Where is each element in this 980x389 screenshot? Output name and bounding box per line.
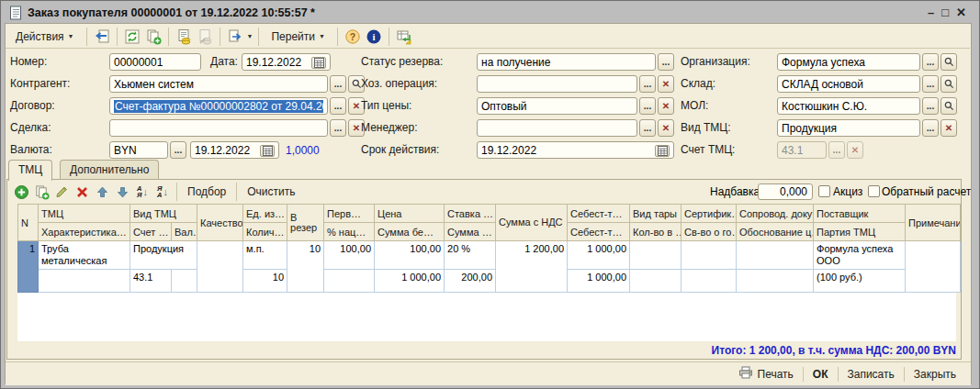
- sdelka-field[interactable]: ... ✕: [109, 119, 365, 137]
- cell-summa-nds[interactable]: 200,00: [445, 270, 496, 293]
- cell-vid-tmc[interactable]: Продукция: [130, 241, 197, 270]
- table-row[interactable]: 43.1 10 1 000,00 200,00 1 000,00 (100 ру…: [18, 270, 961, 293]
- sklad-field[interactable]: СКЛАД основой ...: [777, 75, 957, 93]
- cell-partiya-tmc[interactable]: (100 руб.): [814, 270, 906, 293]
- vid-tmc-field[interactable]: Продукция ... ✕: [777, 119, 957, 137]
- cell-postavshchik[interactable]: Формула успеха ООО: [814, 241, 906, 270]
- close-button[interactable]: ✕: [956, 6, 966, 20]
- col-header-harakteristika[interactable]: Характеристика…: [39, 223, 130, 241]
- cell-summa-bez[interactable]: 1 000,00: [375, 270, 445, 293]
- post-document-icon[interactable]: [175, 28, 193, 46]
- close-form-button[interactable]: Закрыть: [907, 366, 963, 383]
- choose-button[interactable]: ...: [922, 53, 939, 71]
- tip-ceny-value[interactable]: Оптовый: [481, 100, 633, 113]
- magnifier-icon[interactable]: [941, 53, 957, 71]
- col-header-sebestoimost[interactable]: Себест-т…: [568, 205, 630, 223]
- organizaciya-field[interactable]: Формула успеха ...: [777, 53, 957, 71]
- cell-vid-tary[interactable]: [630, 241, 681, 270]
- col-header-n[interactable]: N: [18, 205, 39, 241]
- sort-descending-icon[interactable]: ЯА ↓: [153, 183, 172, 200]
- choose-button[interactable]: ...: [330, 75, 346, 93]
- col-header-vid-tary[interactable]: Вид тары: [630, 205, 681, 223]
- maximize-button[interactable]: □: [941, 6, 949, 20]
- valuta-value[interactable]: BYN: [114, 144, 163, 157]
- col-header-primechanie[interactable]: Примечание: [906, 205, 961, 241]
- col-header-summa-s-nds[interactable]: Сумма с НДС: [496, 205, 568, 241]
- calendar-icon[interactable]: [311, 57, 326, 69]
- cell-perv[interactable]: 100,00: [324, 241, 375, 270]
- col-header-vid-tmc[interactable]: Вид ТМЦ: [130, 205, 197, 223]
- data-value[interactable]: 19.12.2022: [246, 56, 310, 69]
- kontragent-value[interactable]: Хьюмен систем: [114, 78, 323, 91]
- col-header-svvo[interactable]: Св-во о го…: [681, 223, 737, 241]
- help-icon[interactable]: ?: [344, 28, 362, 46]
- organizaciya-value[interactable]: Формула успеха: [782, 56, 916, 69]
- choose-button[interactable]: ...: [658, 53, 674, 71]
- minimize-button[interactable]: –: [928, 6, 934, 20]
- copy-document-icon[interactable]: [144, 28, 163, 46]
- cell-schet[interactable]: 43.1: [130, 270, 172, 293]
- podbor-button[interactable]: Подбор: [182, 184, 231, 199]
- cell-kolvo-v-tare[interactable]: [630, 270, 681, 293]
- reread-document-icon[interactable]: [93, 28, 111, 46]
- edit-row-icon[interactable]: [52, 183, 71, 200]
- cell-ed-izm[interactable]: м.п.: [243, 241, 287, 270]
- move-up-icon[interactable]: [93, 183, 111, 200]
- akciz-checkbox[interactable]: [818, 185, 830, 197]
- clear-icon[interactable]: ✕: [941, 119, 957, 137]
- col-header-ed-izm[interactable]: Ед. из…: [243, 205, 287, 223]
- clear-icon[interactable]: ✕: [658, 97, 674, 115]
- data-field[interactable]: 19.12.2022: [242, 53, 331, 71]
- status-rezerva-value[interactable]: на получение: [481, 56, 651, 69]
- delete-row-icon[interactable]: [73, 183, 91, 200]
- cell-svvo[interactable]: [681, 270, 737, 293]
- cell-harakteristika[interactable]: [39, 270, 130, 293]
- col-header-stavka[interactable]: Ставка …: [445, 205, 496, 223]
- cell-obosnovanie[interactable]: [737, 270, 814, 293]
- valuta-field[interactable]: BYN ...: [109, 141, 186, 159]
- vid-tmc-value[interactable]: Продукция: [782, 122, 916, 135]
- choose-button[interactable]: ...: [922, 119, 939, 137]
- col-header-summa-bez[interactable]: Сумма бе…: [375, 223, 445, 241]
- col-header-tmc[interactable]: ТМЦ: [39, 205, 130, 223]
- choose-button[interactable]: ...: [922, 97, 939, 115]
- srok-deystviya-value[interactable]: 19.12.2022: [481, 144, 653, 157]
- magnifier-icon[interactable]: [941, 97, 957, 115]
- col-header-kolichestvo[interactable]: Колич…: [243, 223, 287, 241]
- cell-soprovod[interactable]: [737, 241, 814, 270]
- sort-ascending-icon[interactable]: АЯ ↓: [133, 183, 152, 200]
- col-header-nacenka[interactable]: % нац…: [324, 223, 375, 241]
- choose-button[interactable]: ...: [330, 119, 346, 137]
- col-header-kolvo-v-tare[interactable]: Кол-во в …: [630, 223, 681, 241]
- calendar-icon[interactable]: [655, 145, 670, 157]
- col-header-perv[interactable]: Перв…: [324, 205, 375, 223]
- choose-button[interactable]: ...: [639, 97, 656, 115]
- cell-kachestvo[interactable]: [197, 241, 243, 293]
- col-header-soprovod-dokument[interactable]: Сопровод. доку…: [737, 205, 814, 223]
- col-header-schet[interactable]: Счет …: [130, 223, 172, 241]
- magnifier-icon[interactable]: [941, 75, 957, 93]
- col-header-obosnovanie[interactable]: Обоснование ц…: [737, 223, 814, 241]
- tip-ceny-field[interactable]: Оптовый ... ✕: [477, 97, 674, 115]
- dogovor-field[interactable]: Счет-фактура №00000002802 от 29.04.2021 …: [109, 97, 365, 115]
- goto-menu-button[interactable]: Перейти ▼: [265, 28, 332, 46]
- col-header-partiya-tmc[interactable]: Партия ТМЦ: [814, 223, 906, 241]
- copy-row-icon[interactable]: [32, 183, 51, 200]
- choose-button[interactable]: ...: [922, 75, 939, 93]
- calendar-icon[interactable]: [260, 145, 275, 157]
- clear-icon[interactable]: ✕: [658, 75, 674, 93]
- valuta-date-value[interactable]: 19.12.2022: [195, 144, 258, 157]
- col-header-sertifikat[interactable]: Сертифик…: [681, 205, 737, 223]
- choose-button[interactable]: ...: [639, 75, 656, 93]
- col-header-postavshchik[interactable]: Поставщик: [814, 205, 906, 223]
- col-header-kachestvo[interactable]: Качество: [197, 205, 243, 241]
- sklad-value[interactable]: СКЛАД основой: [782, 78, 916, 91]
- add-row-icon[interactable]: [12, 183, 30, 200]
- move-down-icon[interactable]: [113, 183, 131, 200]
- valuta-date-field[interactable]: 19.12.2022: [190, 141, 279, 159]
- obratny-raschet-checkbox[interactable]: [868, 185, 880, 197]
- mol-value[interactable]: Костюшкин С.Ю.: [782, 100, 916, 113]
- col-header-v-rezerve[interactable]: В резер: [287, 205, 324, 241]
- cell-tmc[interactable]: Труба металическая: [39, 241, 130, 270]
- dropdown-arrow-icon[interactable]: ▼: [247, 33, 253, 39]
